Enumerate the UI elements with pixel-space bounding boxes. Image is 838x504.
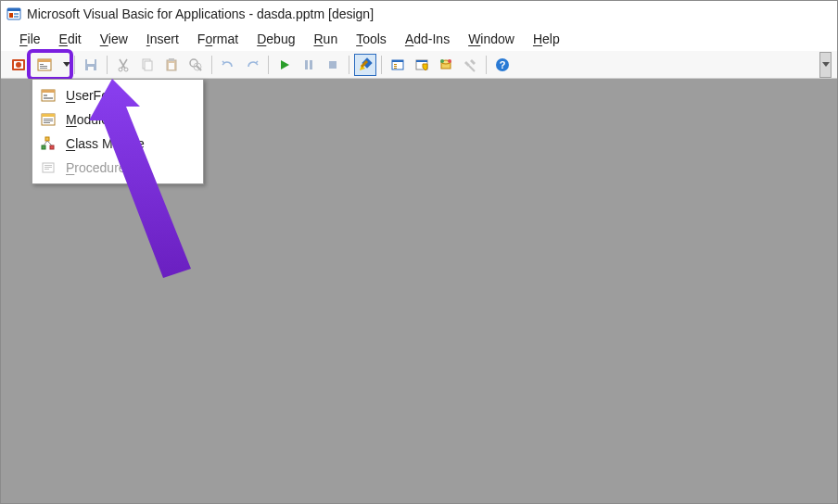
class-module-icon xyxy=(40,135,57,152)
svg-rect-50 xyxy=(44,97,53,99)
toolbar-separator xyxy=(211,56,212,74)
procedure-icon xyxy=(40,159,57,176)
module-icon xyxy=(40,111,57,128)
svg-point-7 xyxy=(16,62,21,68)
svg-rect-37 xyxy=(394,68,397,69)
svg-rect-63 xyxy=(44,167,52,168)
copy-button[interactable] xyxy=(136,54,159,76)
menu-run[interactable]: Run xyxy=(304,30,347,48)
reset-button[interactable] xyxy=(322,54,344,76)
svg-rect-19 xyxy=(145,61,152,70)
menu-bar: File Edit View Insert Format Debug Run T… xyxy=(1,27,837,51)
toolbox-button[interactable] xyxy=(459,54,481,76)
svg-rect-29 xyxy=(329,61,336,69)
svg-rect-64 xyxy=(44,169,49,170)
svg-rect-15 xyxy=(88,67,94,70)
menu-addins[interactable]: Add-Ins xyxy=(396,30,459,48)
vba-app-icon xyxy=(6,6,21,21)
menu-item-label: UserForm xyxy=(66,88,123,103)
break-button[interactable] xyxy=(298,54,320,76)
toolbar-separator xyxy=(268,56,269,74)
svg-rect-48 xyxy=(42,90,55,93)
menu-item-procedure: Procedure... xyxy=(34,156,201,180)
toolbar-separator xyxy=(349,56,349,74)
menu-item-label: Procedure... xyxy=(66,160,136,175)
design-mode-button[interactable] xyxy=(354,54,376,76)
svg-rect-58 xyxy=(50,145,54,149)
menu-edit[interactable]: Edit xyxy=(50,30,91,48)
menu-file[interactable]: File xyxy=(10,30,50,48)
menu-format[interactable]: Format xyxy=(188,30,248,48)
insert-object-dropdown[interactable] xyxy=(61,54,70,76)
svg-rect-57 xyxy=(42,145,45,149)
userform-icon xyxy=(40,87,57,104)
svg-rect-11 xyxy=(40,66,47,67)
window-title: Microsoft Visual Basic for Applications … xyxy=(27,6,374,21)
svg-rect-28 xyxy=(310,60,312,69)
toolbar-separator xyxy=(107,56,108,74)
menu-debug[interactable]: Debug xyxy=(248,30,304,48)
svg-line-44 xyxy=(469,66,475,71)
svg-rect-53 xyxy=(44,119,53,120)
svg-rect-14 xyxy=(87,59,95,64)
svg-rect-34 xyxy=(392,60,403,62)
svg-rect-27 xyxy=(305,60,308,69)
svg-rect-4 xyxy=(14,16,19,18)
svg-rect-39 xyxy=(416,60,427,62)
svg-rect-36 xyxy=(394,66,397,67)
menu-item-label: Class Module xyxy=(66,136,145,151)
svg-point-42 xyxy=(448,59,451,63)
menu-insert[interactable]: Insert xyxy=(137,30,188,48)
svg-rect-12 xyxy=(40,68,47,69)
menu-item-userform[interactable]: UserForm xyxy=(34,83,201,107)
svg-rect-55 xyxy=(44,122,50,123)
svg-point-17 xyxy=(124,68,128,71)
paste-button[interactable] xyxy=(160,54,183,76)
svg-rect-21 xyxy=(169,58,174,61)
undo-button[interactable] xyxy=(217,54,239,76)
menu-item-class-module[interactable]: Class Module xyxy=(34,132,201,156)
insert-object-button[interactable] xyxy=(32,54,57,76)
mdi-workspace: UserForm Module Class Module Procedure..… xyxy=(1,79,837,503)
properties-window-button[interactable] xyxy=(411,54,433,76)
svg-line-60 xyxy=(47,141,52,145)
svg-rect-56 xyxy=(45,137,49,141)
menu-tools[interactable]: Tools xyxy=(347,30,396,48)
view-powerpoint-button[interactable] xyxy=(7,54,30,76)
svg-rect-35 xyxy=(394,64,397,65)
svg-point-43 xyxy=(440,59,444,63)
svg-line-59 xyxy=(44,141,47,145)
svg-rect-22 xyxy=(169,63,174,69)
menu-item-label: Module xyxy=(66,112,108,127)
svg-rect-52 xyxy=(42,114,55,117)
menu-window[interactable]: Window xyxy=(459,30,524,48)
cut-button[interactable] xyxy=(112,54,134,76)
insert-dropdown-menu: UserForm Module Class Module Procedure..… xyxy=(32,79,204,184)
toolbar-separator xyxy=(486,56,487,74)
svg-rect-3 xyxy=(14,13,19,15)
toolbar-separator xyxy=(381,56,382,74)
toolbar-overflow-dropdown[interactable] xyxy=(819,52,832,78)
svg-text:?: ? xyxy=(500,59,506,70)
svg-rect-1 xyxy=(7,8,20,11)
title-bar: Microsoft Visual Basic for Applications … xyxy=(1,1,837,27)
object-browser-button[interactable] xyxy=(435,54,457,76)
menu-view[interactable]: View xyxy=(91,30,137,48)
svg-marker-26 xyxy=(281,60,289,69)
find-button[interactable] xyxy=(184,54,207,76)
svg-rect-49 xyxy=(44,94,47,96)
save-button[interactable] xyxy=(80,54,102,76)
svg-point-16 xyxy=(119,68,122,71)
svg-rect-2 xyxy=(9,13,13,18)
menu-item-module[interactable]: Module xyxy=(34,107,201,132)
toolbar-separator xyxy=(74,56,75,74)
help-button[interactable]: ? xyxy=(491,54,514,76)
standard-toolbar: ? xyxy=(1,51,837,79)
run-button[interactable] xyxy=(273,54,296,76)
svg-rect-62 xyxy=(44,165,52,166)
project-explorer-button[interactable] xyxy=(387,54,409,76)
svg-rect-54 xyxy=(44,120,53,121)
redo-button[interactable] xyxy=(241,54,263,76)
svg-rect-9 xyxy=(38,59,51,62)
menu-help[interactable]: Help xyxy=(524,30,569,48)
